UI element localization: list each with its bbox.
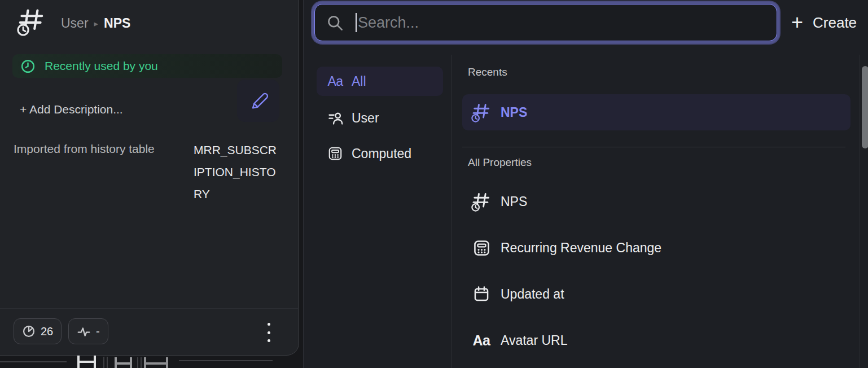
property-row-updated-at[interactable]: Updated at bbox=[462, 276, 851, 312]
text-caret bbox=[356, 13, 357, 32]
diagram-node-icon bbox=[77, 355, 96, 368]
clock-icon bbox=[20, 59, 36, 74]
recently-used-label: Recently used by you bbox=[45, 59, 158, 73]
property-label: Avatar URL bbox=[501, 333, 567, 348]
plus-icon: + bbox=[791, 12, 803, 33]
filter-label: Computed bbox=[352, 146, 411, 161]
scrollbar-thumb[interactable] bbox=[862, 66, 868, 148]
search-field[interactable] bbox=[314, 4, 777, 41]
diagram-node-icon bbox=[115, 357, 132, 368]
imported-from-label: Imported from history table bbox=[14, 142, 155, 156]
pencil-icon bbox=[248, 90, 269, 112]
add-description-button[interactable]: + Add Description... bbox=[20, 103, 123, 116]
scrollbar-gutter bbox=[859, 55, 860, 368]
diagram-connector bbox=[107, 357, 108, 368]
usage-count-value: 26 bbox=[41, 325, 53, 338]
calculator-icon bbox=[327, 146, 344, 161]
pie-chart-icon bbox=[22, 325, 36, 338]
kebab-dot bbox=[268, 331, 270, 334]
filter-tab-computed[interactable]: Computed bbox=[317, 139, 443, 168]
search-modal: + Create Aa All User Computed Rece bbox=[303, 0, 868, 368]
diagram-connector bbox=[137, 357, 138, 368]
filter-list-divider bbox=[451, 55, 452, 368]
filter-tab-all[interactable]: Aa All bbox=[317, 67, 443, 96]
section-heading-recents: Recents bbox=[468, 66, 507, 78]
calendar-icon bbox=[470, 285, 493, 303]
section-heading-all-properties: All Properties bbox=[468, 156, 532, 169]
filter-label: User bbox=[352, 111, 379, 126]
more-options-button[interactable] bbox=[264, 323, 273, 342]
create-label: Create bbox=[813, 14, 857, 32]
numeric-property-clock-icon bbox=[17, 7, 46, 36]
user-list-icon bbox=[327, 110, 344, 126]
property-label: NPS bbox=[501, 194, 527, 209]
diagram-edge-line bbox=[0, 361, 67, 362]
property-row-avatar-url[interactable]: Aa Avatar URL bbox=[462, 322, 851, 358]
diagram-node-icon bbox=[144, 357, 168, 368]
property-label: Recurring Revenue Change bbox=[501, 240, 661, 256]
imported-table-value: MRR_SUBSCRIPTION_HISTORY bbox=[194, 139, 279, 205]
calculator-icon bbox=[470, 239, 493, 257]
numeric-property-clock-icon bbox=[470, 191, 493, 212]
diagram-edge-line bbox=[179, 360, 273, 361]
usage-count-pill[interactable]: 26 bbox=[14, 318, 62, 344]
breadcrumb-chevron-icon: ▸ bbox=[94, 19, 99, 29]
trend-pill[interactable]: - bbox=[68, 318, 108, 344]
breadcrumb-parent[interactable]: User bbox=[61, 16, 89, 31]
property-row-nps[interactable]: NPS bbox=[462, 183, 851, 220]
property-label: Updated at bbox=[501, 287, 564, 302]
activity-pulse-icon bbox=[77, 325, 91, 339]
breadcrumb-current: NPS bbox=[104, 16, 130, 31]
diagram-connector bbox=[141, 357, 142, 368]
edit-description-button[interactable] bbox=[237, 80, 279, 122]
property-detail-card: User ▸ NPS Recently used by you + Add De… bbox=[0, 0, 299, 356]
numeric-property-clock-icon bbox=[470, 102, 493, 122]
breadcrumb[interactable]: User ▸ NPS bbox=[61, 16, 130, 31]
recents-divider bbox=[462, 147, 845, 147]
filter-tab-user[interactable]: User bbox=[317, 103, 443, 133]
footer-divider bbox=[0, 308, 299, 309]
text-type-icon: Aa bbox=[470, 332, 493, 349]
diagram-connector bbox=[103, 357, 104, 368]
recent-item-nps[interactable]: NPS bbox=[462, 94, 851, 130]
property-label: NPS bbox=[501, 105, 527, 120]
recently-used-badge: Recently used by you bbox=[12, 54, 282, 78]
create-button[interactable]: + Create bbox=[791, 6, 857, 39]
property-row-recurring-revenue-change[interactable]: Recurring Revenue Change bbox=[462, 230, 851, 266]
kebab-dot bbox=[268, 323, 270, 326]
text-type-icon: Aa bbox=[327, 74, 344, 89]
filter-label: All bbox=[352, 74, 366, 89]
trend-value: - bbox=[96, 325, 100, 338]
kebab-dot bbox=[268, 339, 270, 342]
search-input[interactable] bbox=[315, 5, 777, 41]
